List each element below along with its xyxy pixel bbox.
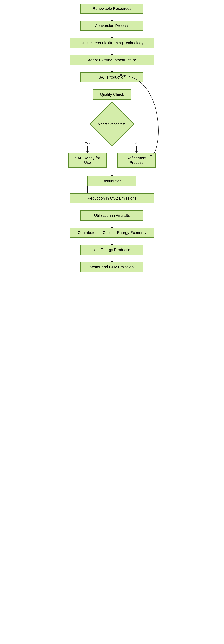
node-label: Renewable Resources (93, 6, 131, 11)
arrow-saf-to-dist (112, 169, 112, 176)
branch-right: No Refinement Process (116, 142, 158, 168)
node-label: Quality Check (100, 92, 124, 96)
node-label: SAF Ready for Use (75, 156, 100, 165)
node-label: Water and CO2 Emission (90, 265, 134, 269)
arrow-8 (112, 204, 112, 210)
arrow-7 (87, 186, 88, 193)
node-label: Heat Energy Production (92, 248, 132, 252)
node-saf-production: SAF Production (80, 72, 144, 82)
arrow-2 (112, 31, 112, 38)
node-flexiforming: Unifuel.tech Flexiforming Technology (70, 38, 154, 48)
branch-right-arrowhead (135, 151, 138, 153)
node-label: Contributes to Circular Energy Economy (78, 230, 147, 235)
branch-row: Yes SAF Ready for Use No Refinement Proc… (66, 142, 158, 168)
node-label: Distribution (102, 179, 122, 183)
node-water-co2: Water and CO2 Emission (80, 262, 144, 272)
node-saf-ready: SAF Ready for Use (68, 153, 107, 168)
flowchart: Renewable Resources Conversion Process U… (63, 4, 161, 279)
node-heat-energy: Heat Energy Production (80, 245, 144, 255)
no-label: No (134, 142, 138, 145)
branch-left: Yes SAF Ready for Use (66, 142, 108, 168)
arrow-5 (112, 82, 112, 89)
branch-left-arrow (87, 146, 88, 152)
node-quality-check: Quality Check (93, 89, 131, 100)
arrow-1 (112, 14, 112, 21)
arrow-10 (112, 238, 112, 245)
yes-label: Yes (85, 142, 90, 145)
node-label: Refinement Process (127, 156, 147, 165)
node-utilization: Utilization in Aircrafts (80, 210, 144, 220)
node-meets-standards: Meets Standards? (98, 122, 126, 126)
node-label: Unifuel.tech Flexiforming Technology (80, 41, 143, 45)
node-co2-reduction: Reduction in CO2 Emissions (70, 193, 154, 204)
arrow-9 (112, 220, 112, 228)
node-distribution: Distribution (87, 176, 137, 186)
node-meets-standards-wrapper: Meets Standards? (89, 106, 135, 142)
node-label: Reduction in CO2 Emissions (87, 196, 137, 200)
arrow-3 (112, 48, 112, 55)
arrow-saf-to-dist-wrapper (112, 169, 112, 176)
arrow-11 (112, 255, 112, 262)
node-refinement: Refinement Process (117, 153, 156, 168)
branch-section: Yes SAF Ready for Use No Refinement Proc… (66, 142, 158, 168)
node-label: Adapt Existing Infrastructure (88, 58, 136, 62)
node-label: Utilization in Aircrafts (94, 213, 130, 218)
node-conversion-process: Conversion Process (80, 21, 144, 31)
branch-left-arrowhead (86, 151, 89, 153)
node-renewable-resources: Renewable Resources (80, 4, 144, 14)
node-label: Conversion Process (95, 24, 129, 28)
branch-right-arrow (136, 146, 137, 152)
main-flow-after-branch (63, 169, 161, 176)
node-circular-economy: Contributes to Circular Energy Economy (70, 228, 154, 238)
node-label: SAF Production (99, 75, 125, 80)
arrow-4 (112, 65, 112, 72)
node-adapt-infra: Adapt Existing Infrastructure (70, 55, 154, 65)
